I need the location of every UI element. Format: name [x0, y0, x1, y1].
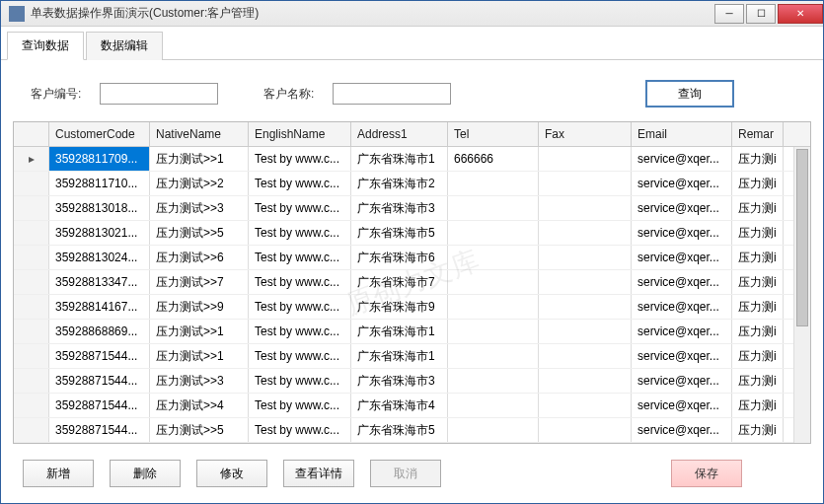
cell[interactable] — [448, 418, 539, 442]
cell[interactable]: 压力测试>>3 — [150, 369, 249, 393]
cell[interactable]: 35928813018... — [49, 196, 150, 220]
tab-edit-data[interactable]: 数据编辑 — [86, 32, 163, 60]
cell[interactable]: 压力测i — [732, 295, 784, 319]
col-native-name[interactable]: NativeName — [150, 122, 249, 146]
cell[interactable]: 广东省珠海市5 — [351, 221, 448, 245]
cell[interactable]: 压力测试>>1 — [150, 344, 249, 368]
cell[interactable]: 35928871544... — [49, 369, 150, 393]
cell[interactable]: 广东省珠海市2 — [351, 172, 448, 195]
cell[interactable]: 压力测i — [732, 320, 784, 343]
cell[interactable]: 35928813021... — [49, 221, 150, 245]
cell[interactable] — [448, 369, 539, 393]
cell[interactable]: 压力测i — [732, 344, 784, 368]
cell[interactable]: 压力测试>>5 — [150, 418, 249, 442]
vertical-scrollbar[interactable] — [793, 147, 810, 443]
input-customer-name[interactable] — [333, 83, 451, 105]
tab-query-data[interactable]: 查询数据 — [7, 32, 84, 60]
cell[interactable]: 广东省珠海市1 — [351, 147, 448, 171]
scrollbar-thumb[interactable] — [796, 149, 808, 326]
cell[interactable]: service@xqer... — [632, 147, 732, 171]
cell[interactable]: 广东省珠海市7 — [351, 270, 448, 294]
cell[interactable]: Test by www.c... — [249, 172, 351, 195]
table-row[interactable]: 35928813347...压力测试>>7Test by www.c...广东省… — [14, 270, 810, 295]
col-address1[interactable]: Address1 — [351, 122, 448, 146]
cell[interactable]: service@xqer... — [632, 344, 732, 368]
cell[interactable]: 压力测试>>4 — [150, 394, 249, 417]
table-row[interactable]: 35928813018...压力测试>>3Test by www.c...广东省… — [14, 196, 810, 221]
cell[interactable]: service@xqer... — [632, 172, 732, 195]
cell[interactable]: 广东省珠海市6 — [351, 246, 448, 269]
cell[interactable]: Test by www.c... — [249, 246, 351, 269]
cell[interactable]: service@xqer... — [632, 394, 732, 417]
cell[interactable] — [539, 196, 632, 220]
col-english-name[interactable]: EnglishName — [249, 122, 351, 146]
cell[interactable]: 广东省珠海市3 — [351, 369, 448, 393]
col-customer-code[interactable]: CustomerCode — [49, 122, 150, 146]
cell[interactable] — [539, 320, 632, 343]
cell[interactable] — [539, 246, 632, 269]
cell[interactable] — [539, 147, 632, 171]
table-row[interactable]: 35928811710...压力测试>>2Test by www.c...广东省… — [14, 172, 810, 196]
cell[interactable]: Test by www.c... — [249, 344, 351, 368]
cell[interactable] — [448, 221, 539, 245]
cell[interactable]: 压力测试>>9 — [150, 295, 249, 319]
table-row[interactable]: 35928814167...压力测试>>9Test by www.c...广东省… — [14, 295, 810, 320]
col-tel[interactable]: Tel — [448, 122, 539, 146]
cell[interactable]: 压力测i — [732, 246, 784, 269]
cell[interactable] — [448, 394, 539, 417]
cell[interactable]: Test by www.c... — [249, 320, 351, 343]
cell[interactable] — [539, 394, 632, 417]
cell[interactable]: 35928871544... — [49, 394, 150, 417]
cell[interactable]: 35928811710... — [49, 172, 150, 195]
cell[interactable]: Test by www.c... — [249, 221, 351, 245]
cell[interactable]: 压力测i — [732, 394, 784, 417]
cell[interactable] — [448, 270, 539, 294]
detail-button[interactable]: 查看详情 — [283, 460, 354, 487]
cell[interactable] — [448, 196, 539, 220]
cell[interactable]: Test by www.c... — [249, 295, 351, 319]
cell[interactable]: 广东省珠海市4 — [351, 394, 448, 417]
col-fax[interactable]: Fax — [539, 122, 632, 146]
cell[interactable]: 压力测i — [732, 270, 784, 294]
save-button[interactable]: 保存 — [671, 460, 742, 487]
cell[interactable] — [539, 221, 632, 245]
cell[interactable]: 35928871544... — [49, 344, 150, 368]
cell[interactable] — [539, 172, 632, 195]
table-row[interactable]: ▸35928811709...压力测试>>1Test by www.c...广东… — [14, 147, 810, 172]
cell[interactable]: 压力测i — [732, 369, 784, 393]
maximize-button[interactable]: ☐ — [746, 4, 776, 24]
cell[interactable]: 666666 — [448, 147, 539, 171]
input-customer-code[interactable] — [100, 83, 218, 105]
cell[interactable] — [539, 344, 632, 368]
cell[interactable]: 广东省珠海市1 — [351, 320, 448, 343]
table-row[interactable]: 35928813024...压力测试>>6Test by www.c...广东省… — [14, 246, 810, 270]
cell[interactable]: 压力测i — [732, 147, 784, 171]
cell[interactable]: service@xqer... — [632, 270, 732, 294]
cell[interactable]: 压力测试>>5 — [150, 221, 249, 245]
cell[interactable]: 压力测试>>6 — [150, 246, 249, 269]
delete-button[interactable]: 删除 — [110, 460, 181, 487]
cell[interactable]: service@xqer... — [632, 221, 732, 245]
cell[interactable]: 广东省珠海市3 — [351, 196, 448, 220]
cell[interactable] — [448, 246, 539, 269]
cell[interactable] — [539, 270, 632, 294]
cell[interactable] — [539, 418, 632, 442]
cell[interactable]: 压力测试>>2 — [150, 172, 249, 195]
cell[interactable]: 广东省珠海市9 — [351, 295, 448, 319]
cell[interactable]: service@xqer... — [632, 196, 732, 220]
cell[interactable]: 广东省珠海市5 — [351, 418, 448, 442]
cell[interactable] — [448, 344, 539, 368]
cell[interactable]: Test by www.c... — [249, 270, 351, 294]
cell[interactable]: service@xqer... — [632, 246, 732, 269]
cell[interactable]: Test by www.c... — [249, 196, 351, 220]
cell[interactable]: service@xqer... — [632, 369, 732, 393]
table-row[interactable]: 35928871544...压力测试>>3Test by www.c...广东省… — [14, 369, 810, 394]
table-row[interactable]: 35928871544...压力测试>>4Test by www.c...广东省… — [14, 394, 810, 418]
cell[interactable] — [448, 320, 539, 343]
cell[interactable]: 35928813024... — [49, 246, 150, 269]
cell[interactable]: 压力测试>>1 — [150, 147, 249, 171]
add-button[interactable]: 新增 — [23, 460, 94, 487]
col-remark[interactable]: Remar — [732, 122, 784, 146]
cell[interactable] — [448, 172, 539, 195]
cell[interactable]: 35928868869... — [49, 320, 150, 343]
